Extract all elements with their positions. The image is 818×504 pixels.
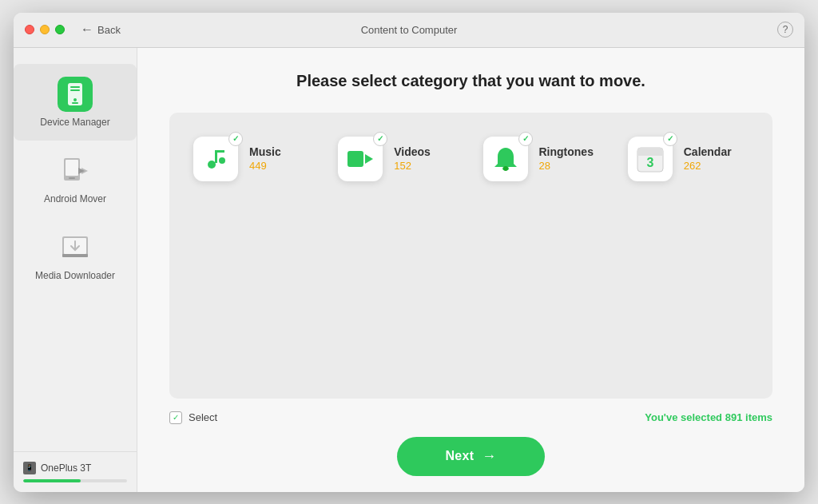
category-calendar-count: 262	[684, 160, 732, 172]
select-label: Select	[189, 411, 217, 423]
category-item-ringtones[interactable]: ✓ Ringtones 28	[483, 137, 604, 181]
category-ringtones-icon-wrap: ✓	[483, 137, 528, 181]
category-videos-count: 152	[394, 160, 431, 172]
category-music-name: Music	[249, 145, 281, 158]
device-manager-icon	[58, 77, 93, 112]
category-music-check: ✓	[228, 132, 243, 146]
select-all[interactable]: ✓ Select	[169, 411, 217, 424]
category-ringtones-count: 28	[539, 160, 594, 172]
sidebar-media-downloader-label: Media Downloader	[35, 270, 115, 281]
device-storage-bar	[23, 479, 127, 482]
sidebar-device-info: 📱 OnePlus 3T	[14, 451, 137, 492]
selected-count-text: You've selected 891 items	[645, 411, 772, 423]
svg-point-14	[208, 161, 216, 169]
media-downloader-icon	[58, 230, 93, 265]
sidebar: Device Manager Android Mover	[14, 48, 137, 492]
device-name: 📱 OnePlus 3T	[23, 462, 127, 474]
maximize-button[interactable]	[55, 25, 65, 34]
help-button[interactable]: ?	[777, 22, 793, 38]
category-music-count: 449	[249, 160, 281, 172]
device-icon: 📱	[23, 462, 36, 474]
minimize-button[interactable]	[40, 25, 50, 34]
category-videos-icon-wrap: ✓	[338, 137, 383, 181]
svg-rect-3	[70, 89, 80, 91]
back-arrow-icon: ←	[81, 22, 93, 37]
svg-rect-9	[69, 177, 75, 179]
category-ringtones-check: ✓	[518, 132, 533, 146]
page-title: Please select category that you want to …	[169, 72, 772, 90]
close-button[interactable]	[25, 25, 34, 34]
category-item-videos[interactable]: ✓ Videos 152	[338, 137, 459, 181]
device-storage-fill	[23, 479, 81, 482]
calendar-svg: 3	[636, 145, 665, 173]
category-videos-name: Videos	[394, 145, 431, 158]
ringtones-svg	[494, 146, 517, 172]
music-svg	[204, 147, 228, 171]
category-calendar-info: Calendar 262	[684, 145, 732, 172]
sidebar-device-manager-label: Device Manager	[40, 117, 109, 128]
traffic-lights	[25, 25, 65, 34]
category-music-icon-wrap: ✓	[193, 137, 238, 181]
back-label: Back	[97, 24, 121, 36]
titlebar-title: Content to Computer	[361, 24, 458, 36]
category-grid: ✓ Music 449	[169, 113, 772, 399]
svg-rect-2	[70, 86, 80, 88]
app-window: ← Back Content to Computer ?	[14, 13, 804, 492]
svg-rect-13	[62, 254, 88, 257]
category-calendar-check: ✓	[663, 132, 677, 146]
help-icon: ?	[783, 24, 788, 35]
svg-point-17	[219, 157, 225, 164]
sidebar-item-device-manager[interactable]: Device Manager	[14, 64, 137, 141]
sidebar-item-media-downloader[interactable]: Media Downloader	[14, 217, 137, 294]
selected-number: 891	[725, 411, 743, 423]
category-calendar-icon-wrap: 3 ✓	[628, 137, 673, 181]
next-button-label: Next	[445, 449, 474, 463]
category-ringtones-info: Ringtones 28	[539, 145, 594, 172]
selected-suffix: items	[745, 411, 772, 423]
videos-svg	[347, 149, 373, 169]
category-item-music[interactable]: ✓ Music 449	[193, 137, 314, 181]
svg-rect-16	[215, 150, 224, 153]
sidebar-item-android-mover[interactable]: Android Mover	[14, 141, 137, 217]
category-item-calendar[interactable]: 3 ✓ Calendar 262	[628, 137, 749, 181]
footer-row: ✓ Select You've selected 891 items	[169, 411, 772, 424]
svg-point-5	[73, 98, 77, 101]
titlebar: ← Back Content to Computer ?	[14, 13, 804, 48]
selected-text: You've selected	[645, 411, 722, 423]
next-button[interactable]: Next →	[397, 437, 544, 476]
android-mover-icon	[58, 153, 93, 189]
category-ringtones-name: Ringtones	[539, 145, 594, 158]
titlebar-nav: ← Back Content to Computer ?	[81, 22, 793, 38]
category-videos-check: ✓	[373, 132, 387, 146]
svg-marker-19	[365, 154, 373, 164]
svg-point-21	[503, 166, 508, 171]
category-videos-info: Videos 152	[394, 145, 431, 172]
main-content: Device Manager Android Mover	[14, 48, 804, 492]
next-arrow-icon: →	[482, 448, 496, 465]
svg-text:3: 3	[646, 156, 653, 169]
next-button-wrap: Next →	[169, 437, 772, 476]
category-calendar-name: Calendar	[684, 145, 732, 158]
category-music-info: Music 449	[249, 145, 281, 172]
content-area: Please select category that you want to …	[137, 48, 804, 492]
svg-rect-8	[66, 160, 78, 176]
back-button[interactable]: ← Back	[81, 22, 121, 37]
svg-rect-4	[72, 102, 78, 104]
sidebar-android-mover-label: Android Mover	[44, 193, 106, 204]
selected-count-value: 891	[725, 411, 745, 423]
select-all-checkbox[interactable]: ✓	[169, 411, 182, 424]
device-name-label: OnePlus 3T	[41, 462, 91, 474]
svg-rect-18	[347, 151, 363, 167]
